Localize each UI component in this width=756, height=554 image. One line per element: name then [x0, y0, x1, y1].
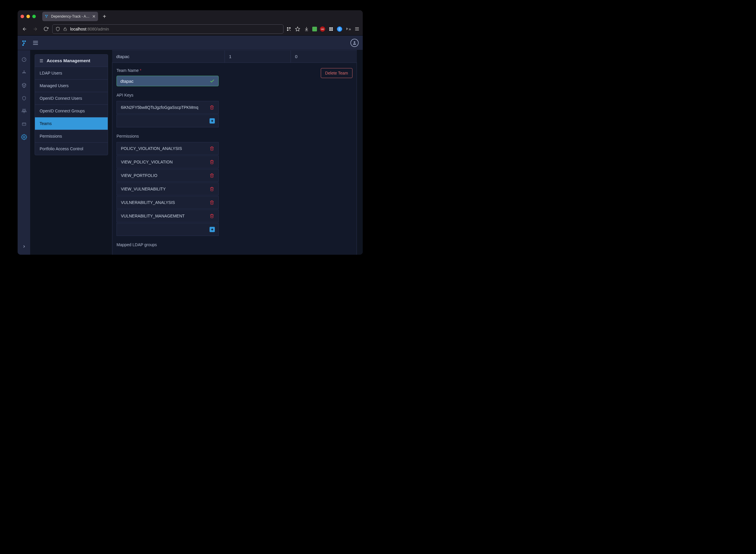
api-key-row: 6iKN2FY5bw8QTsJgzfoGgaSscpTPKMmq [116, 101, 219, 114]
sidebar-item[interactable]: Portfolio Access Control [35, 142, 108, 155]
rail-expand-button[interactable] [17, 241, 31, 252]
browser-tab-strip: Dependency-Track - Administra ✕ + [17, 10, 363, 22]
svg-rect-1 [47, 15, 48, 16]
team-name-input[interactable]: dtapac [116, 76, 219, 86]
trash-icon[interactable] [210, 186, 214, 191]
trash-icon[interactable] [210, 105, 214, 110]
shield-icon [55, 27, 60, 32]
trash-icon[interactable] [210, 160, 214, 164]
sidebar-item[interactable]: Permissions [35, 130, 108, 142]
svg-rect-4 [287, 27, 288, 29]
access-management-card: Access Management LDAP UsersManaged User… [35, 54, 108, 155]
permission-row: VIEW_POLICY_VIOLATION [116, 156, 219, 168]
forward-button[interactable] [31, 25, 39, 33]
onepassword-icon[interactable] [337, 26, 342, 32]
add-button[interactable] [210, 227, 215, 232]
minimize-window-button[interactable] [26, 15, 30, 18]
permission-row: VIEW_VULNERABILITY [116, 182, 219, 196]
sidebar-item[interactable]: OpenID Connect Groups [35, 105, 108, 117]
new-tab-button[interactable]: + [101, 13, 108, 20]
lock-icon [63, 27, 67, 31]
rail-policy[interactable] [17, 118, 31, 130]
sidebar-item[interactable]: OpenID Connect Users [35, 92, 108, 105]
svg-rect-20 [24, 41, 26, 42]
tab-title: Dependency-Track - Administra [51, 14, 90, 18]
panel-title: Access Management [47, 58, 90, 63]
permissions-list: POLICY_VIOLATION_ANALYSISVIEW_POLICY_VIO… [116, 142, 219, 236]
rail-dashboard[interactable] [17, 53, 31, 66]
maximize-window-button[interactable] [32, 15, 36, 18]
add-button[interactable] [210, 118, 215, 123]
panel-header[interactable]: Access Management [35, 55, 108, 67]
overflow-icon[interactable]: » [345, 26, 351, 32]
trash-icon[interactable] [210, 214, 214, 218]
close-tab-icon[interactable]: ✕ [92, 14, 96, 19]
sidebar-item[interactable]: Teams [35, 117, 108, 130]
back-button[interactable] [20, 25, 29, 33]
extension-green-icon[interactable] [312, 27, 317, 32]
table-row[interactable]: dtapac 1 0 [112, 50, 357, 63]
sidebar-item[interactable]: Managed Users [35, 79, 108, 92]
app-header [17, 36, 363, 50]
permission-row: POLICY_VIOLATION_ANALYSIS [116, 142, 219, 155]
rail-admin[interactable] [17, 130, 31, 144]
reload-button[interactable] [42, 25, 50, 33]
rail-vulnerabilities[interactable] [17, 92, 31, 105]
toolbar-right: uo » [286, 26, 360, 32]
extension-grid-icon[interactable] [328, 26, 334, 32]
permission-row: VULNERABILITY_ANALYSIS [116, 196, 219, 209]
qr-icon[interactable] [286, 26, 292, 32]
api-keys-list: 6iKN2FY5bw8QTsJgzfoGgaSscpTPKMmq [116, 101, 219, 127]
rail-components[interactable] [17, 79, 31, 92]
svg-rect-7 [289, 30, 290, 30]
svg-rect-3 [64, 29, 66, 31]
close-window-button[interactable] [20, 15, 24, 18]
svg-rect-12 [329, 29, 331, 31]
downloads-icon[interactable] [304, 26, 309, 32]
trash-icon[interactable] [210, 146, 214, 151]
browser-nav-bar: localhost:8080/admin uo » [17, 22, 363, 36]
svg-rect-10 [329, 27, 331, 29]
permission-row: VULNERABILITY_MANAGEMENT [116, 210, 219, 222]
api-key-value: 6iKN2FY5bw8QTsJgzfoGgaSscpTPKMmq [121, 105, 199, 110]
svg-point-34 [23, 136, 25, 138]
rail-projects[interactable] [17, 66, 31, 79]
add-api-key-row [116, 114, 219, 127]
trash-icon[interactable] [210, 200, 214, 205]
svg-rect-0 [45, 15, 46, 16]
tab-favicon [45, 14, 49, 18]
window-controls [20, 15, 36, 18]
svg-rect-11 [331, 27, 333, 29]
content-wrap: Access Management LDAP UsersManaged User… [31, 50, 363, 255]
permission-row: VIEW_PORTFOLIO [116, 169, 219, 182]
sidebar-item[interactable]: LDAP Users [35, 67, 108, 79]
team-name-label: Team Name * [116, 68, 219, 73]
svg-rect-21 [23, 43, 25, 44]
app-logo-icon [22, 40, 28, 46]
add-permission-row [116, 223, 219, 236]
api-keys-label: API Keys [116, 93, 353, 97]
permissions-label: Permissions [116, 134, 353, 138]
permission-name: VULNERABILITY_MANAGEMENT [121, 214, 184, 218]
delete-team-button[interactable]: Delete Team [321, 68, 353, 78]
permission-name: POLICY_VIOLATION_ANALYSIS [121, 146, 182, 151]
url-bar[interactable]: localhost:8080/admin [52, 24, 283, 34]
svg-marker-9 [295, 27, 300, 31]
svg-rect-6 [287, 30, 288, 31]
menu-icon[interactable] [354, 26, 360, 32]
ublock-icon[interactable]: uo [320, 26, 325, 32]
cell-name: dtapac [112, 50, 225, 63]
browser-tab[interactable]: Dependency-Track - Administra ✕ [42, 12, 98, 21]
trash-icon[interactable] [210, 173, 214, 178]
bookmark-star-icon[interactable] [294, 26, 301, 32]
list-icon [39, 59, 44, 63]
app-body: Access Management LDAP UsersManaged User… [17, 50, 363, 255]
hamburger-toggle[interactable] [32, 40, 39, 46]
svg-rect-2 [46, 16, 47, 17]
permission-name: VIEW_VULNERABILITY [121, 186, 166, 191]
user-menu[interactable] [350, 39, 359, 47]
main-area: dtapac 1 0 Team Name * dtapac [112, 50, 363, 255]
cell-col3: 0 [291, 50, 357, 63]
svg-rect-13 [331, 29, 333, 31]
rail-licenses[interactable] [17, 105, 31, 118]
